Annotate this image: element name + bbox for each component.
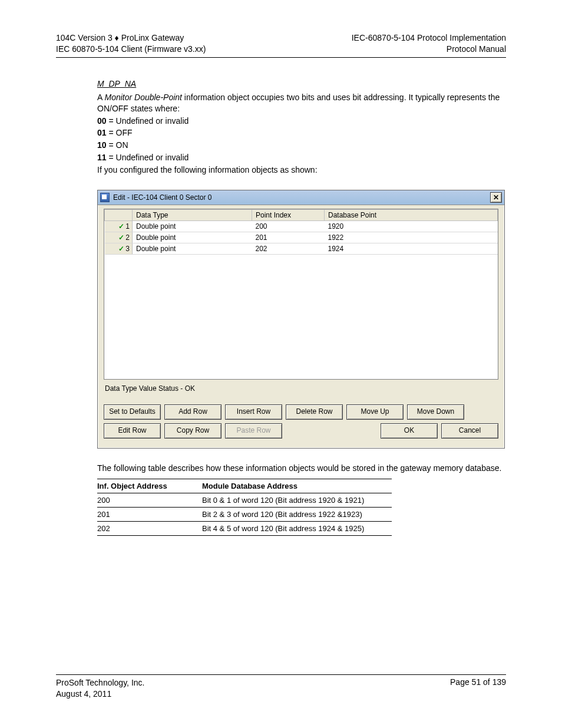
intro-paragraph: A Monitor Double-Point information objec… bbox=[97, 92, 506, 114]
status-line: Data Type Value Status - OK bbox=[105, 384, 497, 393]
section-title: M_DP_NA bbox=[97, 79, 506, 88]
set-defaults-button[interactable]: Set to Defaults bbox=[104, 404, 161, 420]
state-11: 11 = Undefined or invalid bbox=[97, 152, 506, 163]
col-data-type[interactable]: Data Type bbox=[133, 210, 252, 221]
move-up-button[interactable]: Move Up bbox=[346, 404, 404, 420]
header-right-line1: IEC-60870-5-104 Protocol Implementation bbox=[352, 32, 506, 44]
table-row[interactable]: ✓2 Double point 201 1922 bbox=[105, 232, 498, 243]
header-left-line2: IEC 60870-5-104 Client (Firmware v3.xx) bbox=[56, 44, 206, 55]
header-right-line2: Protocol Manual bbox=[352, 44, 506, 55]
footer-company: ProSoft Technology, Inc. bbox=[56, 677, 144, 689]
table-row[interactable]: ✓3 Double point 202 1924 bbox=[105, 243, 498, 255]
header-left-line1: 104C Version 3 ♦ ProLinx Gateway bbox=[56, 32, 206, 44]
state-10: 10 = ON bbox=[97, 140, 506, 151]
data-grid[interactable]: Data Type Point Index Database Point ✓1 … bbox=[104, 209, 498, 380]
addr-col-1: Inf. Object Address bbox=[97, 479, 202, 493]
paste-row-button: Paste Row bbox=[225, 423, 282, 439]
add-row-button[interactable]: Add Row bbox=[164, 404, 222, 420]
close-icon[interactable]: ✕ bbox=[490, 192, 502, 203]
ok-button[interactable]: OK bbox=[381, 423, 438, 439]
check-icon: ✓ bbox=[118, 233, 124, 242]
footer-page: Page 51 of 139 bbox=[450, 677, 506, 700]
col-db-point[interactable]: Database Point bbox=[325, 210, 498, 221]
post-paragraph: The following table describes how these … bbox=[97, 463, 506, 474]
state-01: 01 = OFF bbox=[97, 127, 506, 139]
insert-row-button[interactable]: Insert Row bbox=[225, 404, 282, 420]
cancel-button[interactable]: Cancel bbox=[441, 423, 498, 439]
dialog-titlebar: Edit - IEC-104 Client 0 Sector 0 ✕ bbox=[98, 190, 504, 205]
delete-row-button[interactable]: Delete Row bbox=[286, 404, 343, 420]
page-footer: ProSoft Technology, Inc. August 4, 2011 … bbox=[56, 674, 506, 700]
table-row: 202Bit 4 & 5 of word 120 (Bit address 19… bbox=[97, 521, 392, 535]
table-row: 201Bit 2 & 3 of word 120 (Bit address 19… bbox=[97, 507, 392, 521]
footer-date: August 4, 2011 bbox=[56, 689, 144, 700]
table-row[interactable]: ✓1 Double point 200 1920 bbox=[105, 221, 498, 232]
copy-row-button[interactable]: Copy Row bbox=[164, 423, 222, 439]
config-line: If you configured the following informat… bbox=[97, 164, 506, 176]
dialog-title-icon bbox=[100, 193, 110, 202]
page-header: 104C Version 3 ♦ ProLinx Gateway IEC 608… bbox=[56, 32, 506, 58]
check-icon: ✓ bbox=[118, 222, 124, 230]
state-00: 00 = Undefined or invalid bbox=[97, 116, 506, 127]
dialog-title: Edit - IEC-104 Client 0 Sector 0 bbox=[113, 193, 490, 202]
move-down-button[interactable]: Move Down bbox=[407, 404, 464, 420]
edit-dialog: Edit - IEC-104 Client 0 Sector 0 ✕ Data … bbox=[97, 190, 505, 449]
check-icon: ✓ bbox=[118, 245, 124, 253]
table-row: 200Bit 0 & 1 of word 120 (Bit address 19… bbox=[97, 493, 392, 507]
edit-row-button[interactable]: Edit Row bbox=[104, 423, 161, 439]
addr-col-2: Module Database Address bbox=[202, 479, 392, 493]
address-table: Inf. Object Address Module Database Addr… bbox=[97, 479, 392, 536]
col-rownum[interactable] bbox=[105, 210, 133, 221]
col-point-index[interactable]: Point Index bbox=[252, 210, 325, 221]
